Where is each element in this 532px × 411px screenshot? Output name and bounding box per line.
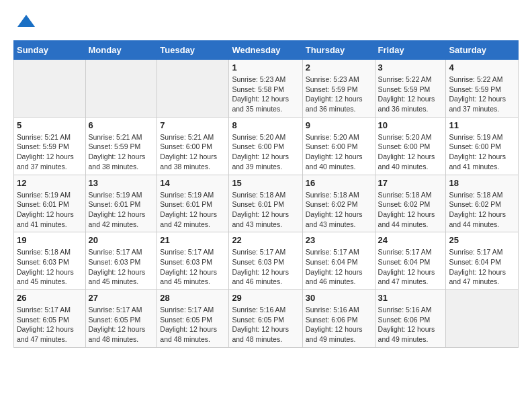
day-number: 18 bbox=[449, 178, 515, 188]
day-info: Sunrise: 5:17 AMSunset: 6:04 PMDaylight:… bbox=[449, 247, 515, 287]
day-info: Sunrise: 5:21 AMSunset: 5:59 PMDaylight:… bbox=[17, 132, 83, 172]
day-info: Sunrise: 5:18 AMSunset: 6:01 PMDaylight:… bbox=[232, 190, 299, 230]
day-info: Sunrise: 5:19 AMSunset: 6:00 PMDaylight:… bbox=[449, 132, 515, 172]
day-number: 31 bbox=[378, 293, 443, 303]
day-number: 11 bbox=[449, 120, 515, 130]
calendar-cell bbox=[157, 60, 229, 118]
calendar-cell: 24Sunrise: 5:17 AMSunset: 6:04 PMDayligh… bbox=[375, 232, 446, 290]
calendar-cell: 9Sunrise: 5:20 AMSunset: 6:00 PMDaylight… bbox=[302, 117, 375, 175]
day-info: Sunrise: 5:16 AMSunset: 6:05 PMDaylight:… bbox=[232, 305, 299, 345]
calendar-cell bbox=[14, 60, 86, 118]
calendar-cell: 17Sunrise: 5:18 AMSunset: 6:02 PMDayligh… bbox=[375, 175, 446, 232]
day-info: Sunrise: 5:23 AMSunset: 5:58 PMDaylight:… bbox=[232, 75, 299, 114]
day-number: 17 bbox=[378, 178, 443, 188]
day-number: 21 bbox=[160, 235, 226, 245]
calendar-cell: 12Sunrise: 5:19 AMSunset: 6:01 PMDayligh… bbox=[14, 175, 86, 232]
day-info: Sunrise: 5:22 AMSunset: 5:59 PMDaylight:… bbox=[378, 75, 443, 114]
calendar-cell: 23Sunrise: 5:17 AMSunset: 6:04 PMDayligh… bbox=[302, 232, 375, 290]
day-info: Sunrise: 5:17 AMSunset: 6:03 PMDaylight:… bbox=[89, 247, 154, 287]
day-number: 28 bbox=[160, 293, 226, 303]
calendar-table: SundayMondayTuesdayWednesdayThursdayFrid… bbox=[13, 40, 519, 348]
weekday-header-sunday: Sunday bbox=[14, 41, 86, 60]
day-info: Sunrise: 5:17 AMSunset: 6:05 PMDaylight:… bbox=[89, 305, 154, 345]
day-info: Sunrise: 5:17 AMSunset: 6:04 PMDaylight:… bbox=[306, 247, 372, 287]
day-number: 1 bbox=[232, 62, 299, 73]
calendar-cell bbox=[85, 60, 157, 118]
calendar-cell: 16Sunrise: 5:18 AMSunset: 6:02 PMDayligh… bbox=[302, 175, 375, 232]
page-header bbox=[13, 13, 519, 34]
calendar-cell: 11Sunrise: 5:19 AMSunset: 6:00 PMDayligh… bbox=[446, 117, 519, 175]
day-info: Sunrise: 5:22 AMSunset: 5:59 PMDaylight:… bbox=[449, 75, 515, 114]
calendar-cell: 1Sunrise: 5:23 AMSunset: 5:58 PMDaylight… bbox=[229, 60, 302, 118]
day-info: Sunrise: 5:16 AMSunset: 6:06 PMDaylight:… bbox=[306, 305, 372, 345]
day-number: 4 bbox=[449, 62, 515, 73]
day-number: 16 bbox=[306, 178, 372, 188]
calendar-cell: 27Sunrise: 5:17 AMSunset: 6:05 PMDayligh… bbox=[85, 290, 157, 348]
calendar-cell bbox=[446, 290, 519, 348]
calendar-cell: 19Sunrise: 5:18 AMSunset: 6:03 PMDayligh… bbox=[14, 232, 86, 290]
calendar-week-3: 12Sunrise: 5:19 AMSunset: 6:01 PMDayligh… bbox=[14, 175, 519, 232]
calendar-cell: 6Sunrise: 5:21 AMSunset: 5:59 PMDaylight… bbox=[85, 117, 157, 175]
day-number: 23 bbox=[306, 235, 372, 245]
svg-marker-0 bbox=[17, 15, 35, 27]
calendar-cell: 14Sunrise: 5:19 AMSunset: 6:01 PMDayligh… bbox=[157, 175, 229, 232]
day-info: Sunrise: 5:17 AMSunset: 6:03 PMDaylight:… bbox=[160, 247, 226, 287]
calendar-cell: 29Sunrise: 5:16 AMSunset: 6:05 PMDayligh… bbox=[229, 290, 302, 348]
calendar-cell: 5Sunrise: 5:21 AMSunset: 5:59 PMDaylight… bbox=[14, 117, 86, 175]
weekday-header-row: SundayMondayTuesdayWednesdayThursdayFrid… bbox=[14, 41, 519, 60]
day-number: 19 bbox=[17, 235, 83, 245]
day-info: Sunrise: 5:18 AMSunset: 6:02 PMDaylight:… bbox=[449, 190, 515, 230]
weekday-header-wednesday: Wednesday bbox=[229, 41, 302, 60]
weekday-header-friday: Friday bbox=[375, 41, 446, 60]
day-number: 5 bbox=[17, 120, 83, 130]
calendar-cell: 3Sunrise: 5:22 AMSunset: 5:59 PMDaylight… bbox=[375, 60, 446, 118]
calendar-cell: 25Sunrise: 5:17 AMSunset: 6:04 PMDayligh… bbox=[446, 232, 519, 290]
calendar-cell: 13Sunrise: 5:19 AMSunset: 6:01 PMDayligh… bbox=[85, 175, 157, 232]
calendar-cell: 7Sunrise: 5:21 AMSunset: 6:00 PMDaylight… bbox=[157, 117, 229, 175]
calendar-cell: 26Sunrise: 5:17 AMSunset: 6:05 PMDayligh… bbox=[14, 290, 86, 348]
day-info: Sunrise: 5:17 AMSunset: 6:05 PMDaylight:… bbox=[17, 305, 83, 345]
day-number: 24 bbox=[378, 235, 443, 245]
day-info: Sunrise: 5:19 AMSunset: 6:01 PMDaylight:… bbox=[89, 190, 154, 230]
calendar-cell: 21Sunrise: 5:17 AMSunset: 6:03 PMDayligh… bbox=[157, 232, 229, 290]
calendar-cell: 28Sunrise: 5:17 AMSunset: 6:05 PMDayligh… bbox=[157, 290, 229, 348]
calendar-cell: 4Sunrise: 5:22 AMSunset: 5:59 PMDaylight… bbox=[446, 60, 519, 118]
day-info: Sunrise: 5:20 AMSunset: 6:00 PMDaylight:… bbox=[232, 132, 299, 172]
weekday-header-tuesday: Tuesday bbox=[157, 41, 229, 60]
day-info: Sunrise: 5:17 AMSunset: 6:04 PMDaylight:… bbox=[378, 247, 443, 287]
calendar-cell: 15Sunrise: 5:18 AMSunset: 6:01 PMDayligh… bbox=[229, 175, 302, 232]
day-number: 26 bbox=[17, 293, 83, 303]
day-info: Sunrise: 5:23 AMSunset: 5:59 PMDaylight:… bbox=[306, 75, 372, 114]
calendar-cell: 22Sunrise: 5:17 AMSunset: 6:03 PMDayligh… bbox=[229, 232, 302, 290]
day-info: Sunrise: 5:20 AMSunset: 6:00 PMDaylight:… bbox=[378, 132, 443, 172]
day-number: 12 bbox=[17, 178, 83, 188]
day-info: Sunrise: 5:18 AMSunset: 6:02 PMDaylight:… bbox=[378, 190, 443, 230]
logo bbox=[13, 13, 36, 34]
day-info: Sunrise: 5:21 AMSunset: 5:59 PMDaylight:… bbox=[89, 132, 154, 172]
day-number: 29 bbox=[232, 293, 299, 303]
calendar-cell: 2Sunrise: 5:23 AMSunset: 5:59 PMDaylight… bbox=[302, 60, 375, 118]
calendar-cell: 10Sunrise: 5:20 AMSunset: 6:00 PMDayligh… bbox=[375, 117, 446, 175]
day-number: 7 bbox=[160, 120, 226, 130]
day-info: Sunrise: 5:16 AMSunset: 6:06 PMDaylight:… bbox=[378, 305, 443, 345]
calendar-cell: 18Sunrise: 5:18 AMSunset: 6:02 PMDayligh… bbox=[446, 175, 519, 232]
day-info: Sunrise: 5:17 AMSunset: 6:03 PMDaylight:… bbox=[232, 247, 299, 287]
day-number: 14 bbox=[160, 178, 226, 188]
day-number: 15 bbox=[232, 178, 299, 188]
day-number: 6 bbox=[89, 120, 154, 130]
day-number: 2 bbox=[306, 62, 372, 73]
day-number: 8 bbox=[232, 120, 299, 130]
calendar-week-4: 19Sunrise: 5:18 AMSunset: 6:03 PMDayligh… bbox=[14, 232, 519, 290]
day-number: 20 bbox=[89, 235, 154, 245]
calendar-cell: 8Sunrise: 5:20 AMSunset: 6:00 PMDaylight… bbox=[229, 117, 302, 175]
day-number: 25 bbox=[449, 235, 515, 245]
day-number: 3 bbox=[378, 62, 443, 73]
weekday-header-saturday: Saturday bbox=[446, 41, 519, 60]
day-number: 10 bbox=[378, 120, 443, 130]
day-info: Sunrise: 5:19 AMSunset: 6:01 PMDaylight:… bbox=[160, 190, 226, 230]
day-number: 13 bbox=[89, 178, 154, 188]
calendar-week-1: 1Sunrise: 5:23 AMSunset: 5:58 PMDaylight… bbox=[14, 60, 519, 118]
calendar-cell: 31Sunrise: 5:16 AMSunset: 6:06 PMDayligh… bbox=[375, 290, 446, 348]
day-info: Sunrise: 5:18 AMSunset: 6:02 PMDaylight:… bbox=[306, 190, 372, 230]
day-number: 9 bbox=[306, 120, 372, 130]
